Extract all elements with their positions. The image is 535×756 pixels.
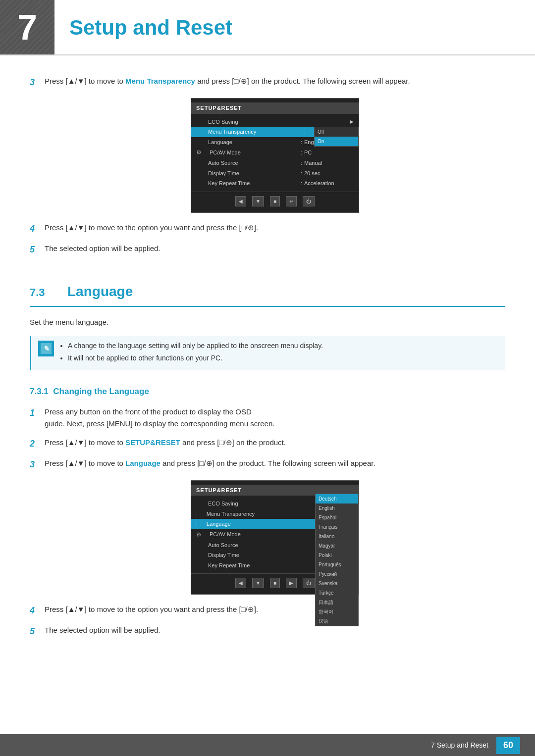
osd1-gear-icon: ⚙ <box>196 148 202 157</box>
osd1-displaytime-value: 20 sec <box>304 169 354 178</box>
svg-text:✎: ✎ <box>43 345 49 353</box>
subsection-731-title: 7.3.1 Changing the Language <box>30 387 149 396</box>
sub-step-4-number: 4 <box>30 604 45 617</box>
osd1-dropdown: Off On <box>314 127 359 147</box>
lang-japanese: 日本語 <box>316 598 358 607</box>
osd1-row-keyrepeat: Key Repeat Time : Acceleration <box>191 178 359 189</box>
sub-step-2-number: 2 <box>30 437 45 451</box>
osd1-language-colon: : <box>301 138 302 147</box>
osd1-dd-off: Off <box>315 127 358 137</box>
section-73-number: 7.3 <box>30 284 59 301</box>
lang-turkce: Türkçe <box>316 588 358 598</box>
footer-text: 7 Setup and Reset <box>431 740 488 751</box>
osd2-indent-bar: | <box>196 510 198 518</box>
chapter-number: 7 <box>0 0 54 54</box>
osd1-pcav-colon: : <box>301 149 302 157</box>
osd2-lang-dropdown: Deutsch English Español Français Italian… <box>315 494 359 626</box>
note-box: ✎ A change to the language setting will … <box>30 336 505 370</box>
osd1-title: SETUP&RESET <box>191 102 359 114</box>
lang-svenska: Svenska <box>316 579 358 588</box>
sub-step-4-item: 4 Press [▲/▼] to move to the option you … <box>30 604 505 617</box>
lang-portugues: Português <box>316 560 358 569</box>
sub-step-3-item: 3 Press [▲/▼] to move to Language and pr… <box>30 457 505 471</box>
osd1-autosource-value: Manual <box>304 159 354 167</box>
chapter-title-block: Setup and Reset <box>54 0 232 54</box>
osd1-pcav-label: PC/AV Mode <box>203 149 301 157</box>
osd2-btn-3: ■ <box>270 578 280 588</box>
osd2-btn-1: ◀ <box>235 578 246 588</box>
lang-english: English <box>316 504 358 513</box>
osd1-btn-1: ◀ <box>235 196 246 206</box>
lang-korean: 한국어 <box>316 607 358 616</box>
chapter-title: Setup and Reset <box>69 12 232 43</box>
step-3-number: 3 <box>30 75 45 89</box>
osd1-btn-3: ■ <box>270 196 280 206</box>
subsection-731-header: 7.3.1 Changing the Language <box>30 385 505 398</box>
osd1-eco-label: ECO Saving <box>196 118 300 126</box>
osd1-keyrepeat-colon: : <box>301 179 302 188</box>
osd1-autosource-label: Auto Source <box>196 159 301 167</box>
osd-screenshot-1: SETUP&RESET ECO Saving ▶ Menu Transparen… <box>45 98 505 213</box>
osd1-row-displaytime: Display Time : 20 sec <box>191 168 359 179</box>
section-73-header: 7.3 Language <box>30 281 505 307</box>
osd1-autosource-colon: : <box>301 159 302 167</box>
osd-screen-2: SETUP&RESET ECO Saving ▶ | Menu Transpar… <box>191 480 359 595</box>
note-icon: ✎ <box>38 341 54 356</box>
step-5-item: 5 The selected option will be applied. <box>30 243 505 256</box>
osd1-btn-4: ↩ <box>286 196 297 206</box>
osd1-transparency-container: Menu Transparency : Off On <box>191 127 359 137</box>
lang-deutsch: Deutsch <box>316 494 358 504</box>
step-3-text: Press [▲/▼] to move to Menu Transparency… <box>45 75 505 87</box>
osd1-keyrepeat-label: Key Repeat Time <box>196 179 301 188</box>
sub-step-1-text: Press any button on the front of the pro… <box>45 406 505 430</box>
osd-screenshot-2: SETUP&RESET ECO Saving ▶ | Menu Transpar… <box>45 480 505 595</box>
sub-step-5-text: The selected option will be applied. <box>45 624 505 636</box>
sub-step-2-text: Press [▲/▼] to move to SETUP&RESET and p… <box>45 437 505 449</box>
lang-magyar: Magyar <box>316 541 358 551</box>
page-footer: 7 Setup and Reset 60 <box>0 734 535 756</box>
note-list: A change to the language setting will on… <box>60 341 323 363</box>
step-5-text: The selected option will be applied. <box>45 243 505 254</box>
lang-francais: Français <box>316 522 358 532</box>
osd1-transparency-label: Menu Transparency <box>196 128 304 136</box>
osd1-row-pcav: ⚙ PC/AV Mode : PC <box>191 147 359 158</box>
osd1-footer: ◀ ▼ ■ ↩ ⏻ <box>191 192 359 208</box>
sub-step-2-item: 2 Press [▲/▼] to move to SETUP&RESET and… <box>30 437 505 451</box>
sub-step-5-number: 5 <box>30 624 45 638</box>
step-4-text: Press [▲/▼] to move to the option you wa… <box>45 222 505 234</box>
sub-step-4-text: Press [▲/▼] to move to the option you wa… <box>45 604 505 615</box>
footer-page-number: 60 <box>496 737 520 754</box>
osd1-displaytime-colon: : <box>301 169 302 178</box>
sub-step-1-item: 1 Press any button on the front of the p… <box>30 406 505 430</box>
osd1-language-label: Language <box>196 138 301 147</box>
osd1-pcav-value: PC <box>304 149 354 157</box>
osd-screen-1: SETUP&RESET ECO Saving ▶ Menu Transparen… <box>191 98 359 213</box>
language-label: Language <box>125 459 160 467</box>
osd1-displaytime-label: Display Time <box>196 169 301 178</box>
setup-reset-label: SETUP&RESET <box>125 438 180 447</box>
lang-espanol: Español <box>316 513 358 522</box>
sub-step-5-item: 5 The selected option will be applied. <box>30 624 505 638</box>
step-4-number: 4 <box>30 222 45 236</box>
menu-transparency-label: Menu Transparency <box>125 77 195 85</box>
note-item-1: A change to the language setting will on… <box>68 341 323 351</box>
lang-polski: Polski <box>316 551 358 560</box>
osd1-eco-arrow: ▶ <box>350 118 354 125</box>
section-73-intro: Set the menu language. <box>30 317 505 328</box>
osd2-lang-pipe: | <box>196 520 198 528</box>
note-item-2: It will not be applied to other function… <box>68 353 323 363</box>
osd1-row-autosource: Auto Source : Manual <box>191 158 359 168</box>
lang-italiano: Italiano <box>316 532 358 541</box>
step-5-number: 5 <box>30 243 45 256</box>
note-content: A change to the language setting will on… <box>60 341 323 365</box>
page-content: 3 Press [▲/▼] to move to Menu Transparen… <box>0 75 535 685</box>
lang-chinese: 汉语 <box>316 616 358 626</box>
sub-step-3-number: 3 <box>30 457 45 471</box>
lang-russian: Русский <box>316 569 358 579</box>
sub-step-1-number: 1 <box>30 406 45 420</box>
osd1-btn-5: ⏻ <box>303 196 315 206</box>
osd1-btn-2: ▼ <box>252 196 264 206</box>
step-4-item: 4 Press [▲/▼] to move to the option you … <box>30 222 505 236</box>
osd1-keyrepeat-value: Acceleration <box>304 179 354 188</box>
chapter-header: 7 Setup and Reset <box>0 0 535 55</box>
